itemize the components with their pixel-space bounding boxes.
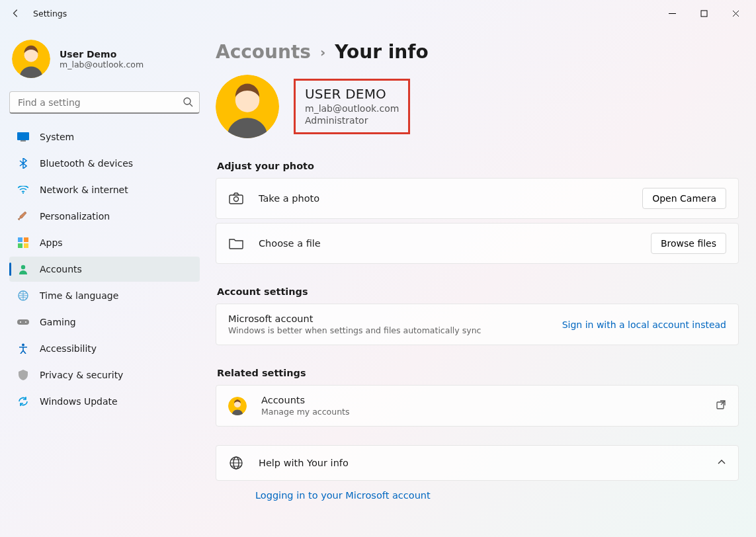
window-controls [657, 3, 751, 23]
svg-rect-10 [24, 243, 28, 248]
user-name: USER DEMO [305, 86, 399, 102]
search-box [9, 91, 200, 114]
system-icon [17, 131, 29, 143]
take-photo-card: Take a photo Open Camera [216, 178, 739, 219]
folder-icon [228, 235, 244, 251]
sidebar-item-label: Gaming [40, 317, 76, 327]
chevron-up-icon [717, 457, 726, 470]
svg-rect-5 [21, 140, 26, 142]
svg-rect-4 [17, 132, 29, 140]
breadcrumb-current: Your info [335, 41, 428, 63]
svg-point-3 [184, 98, 190, 104]
brush-icon [17, 210, 29, 222]
profile-name: User Demo [60, 49, 144, 60]
section-title-account-settings: Account settings [217, 286, 739, 297]
arrow-left-icon [11, 9, 21, 18]
ms-account-label: Microsoft account [228, 313, 481, 324]
avatar [12, 40, 50, 78]
sidebar-item-update[interactable]: Windows Update [9, 389, 200, 414]
open-camera-button[interactable]: Open Camera [642, 188, 726, 209]
browse-files-button[interactable]: Browse files [651, 233, 726, 254]
sidebar-item-apps[interactable]: Apps [9, 230, 200, 255]
sidebar-item-label: Time & language [40, 290, 118, 301]
choose-file-card: Choose a file Browse files [216, 223, 739, 264]
sidebar-item-label: Privacy & security [40, 370, 123, 380]
choose-file-label: Choose a file [259, 238, 321, 249]
breadcrumb: Accounts › Your info [216, 41, 739, 63]
apps-icon [17, 237, 29, 249]
sidebar-item-gaming[interactable]: Gaming [9, 310, 200, 335]
update-icon [17, 395, 29, 407]
close-button[interactable] [720, 3, 751, 23]
related-accounts-label: Accounts [261, 395, 349, 405]
user-info-highlight: USER DEMO m_lab@outlook.com Administrato… [294, 79, 410, 134]
sidebar-item-accessibility[interactable]: Accessibility [9, 336, 200, 361]
gamepad-icon [17, 316, 29, 328]
user-hero: USER DEMO m_lab@outlook.com Administrato… [216, 75, 739, 138]
camera-icon [228, 190, 244, 206]
svg-point-6 [22, 192, 24, 194]
sidebar-profile[interactable]: User Demo m_lab@outlook.com [9, 36, 200, 82]
svg-point-16 [22, 344, 24, 347]
section-title-photo: Adjust your photo [217, 161, 739, 171]
svg-rect-13 [17, 319, 29, 325]
sidebar-item-privacy[interactable]: Privacy & security [9, 362, 200, 388]
sidebar-item-label: System [40, 132, 74, 142]
sidebar-item-network[interactable]: Network & internet [9, 177, 200, 202]
window-title: Settings [33, 9, 67, 19]
avatar [216, 75, 279, 138]
related-accounts-sub: Manage my accounts [261, 407, 349, 417]
sidebar-item-time[interactable]: Time & language [9, 283, 200, 308]
minimize-button[interactable] [657, 3, 687, 23]
search-input[interactable] [9, 91, 200, 114]
main-content: Accounts › Your info USER DEMO m_lab@out… [205, 26, 756, 537]
sidebar-item-label: Accessibility [40, 343, 97, 354]
titlebar: Settings [0, 0, 756, 26]
breadcrumb-parent[interactable]: Accounts [216, 41, 311, 63]
user-role: Administrator [305, 115, 399, 126]
microsoft-account-card: Microsoft account Windows is better when… [216, 304, 739, 345]
sidebar: User Demo m_lab@outlook.com System Bluet… [0, 26, 205, 537]
sidebar-item-system[interactable]: System [9, 124, 200, 149]
sidebar-item-accounts[interactable]: Accounts [9, 257, 200, 282]
sidebar-item-personalization[interactable]: Personalization [9, 204, 200, 229]
user-email: m_lab@outlook.com [305, 103, 399, 114]
accessibility-icon [17, 343, 29, 354]
profile-email: m_lab@outlook.com [60, 60, 144, 69]
sidebar-item-label: Personalization [40, 211, 110, 222]
back-button[interactable] [8, 5, 24, 21]
avatar [228, 397, 247, 415]
svg-point-14 [20, 321, 21, 323]
bluetooth-icon [17, 157, 29, 169]
svg-rect-8 [24, 237, 28, 242]
help-link[interactable]: Logging in to your Microsoft account [216, 485, 739, 501]
svg-point-15 [25, 321, 26, 323]
shield-icon [17, 369, 29, 381]
search-icon [183, 97, 193, 110]
svg-point-11 [21, 265, 25, 269]
sidebar-item-bluetooth[interactable]: Bluetooth & devices [9, 151, 200, 176]
person-icon [17, 263, 29, 275]
local-account-link[interactable]: Sign in with a local account instead [562, 319, 726, 330]
sidebar-nav: System Bluetooth & devices Network & int… [9, 124, 200, 414]
sidebar-item-label: Network & internet [40, 185, 128, 195]
svg-rect-9 [18, 243, 22, 248]
globe-icon [228, 455, 244, 471]
globe-clock-icon [17, 290, 29, 302]
ms-account-sub: Windows is better when settings and file… [228, 325, 481, 335]
sidebar-item-label: Apps [40, 237, 63, 248]
sidebar-item-label: Windows Update [40, 396, 118, 407]
help-card[interactable]: Help with Your info [216, 445, 739, 481]
svg-rect-0 [701, 11, 707, 17]
sidebar-item-label: Bluetooth & devices [40, 158, 133, 169]
section-title-related: Related settings [217, 368, 739, 378]
wifi-icon [17, 184, 29, 196]
svg-rect-7 [18, 237, 22, 242]
related-accounts-card[interactable]: Accounts Manage my accounts [216, 385, 739, 427]
open-external-icon [716, 399, 726, 413]
chevron-right-icon: › [320, 44, 325, 60]
svg-point-20 [234, 197, 239, 202]
maximize-button[interactable] [689, 3, 719, 23]
sidebar-item-label: Accounts [40, 264, 82, 274]
help-label: Help with Your info [259, 458, 349, 468]
